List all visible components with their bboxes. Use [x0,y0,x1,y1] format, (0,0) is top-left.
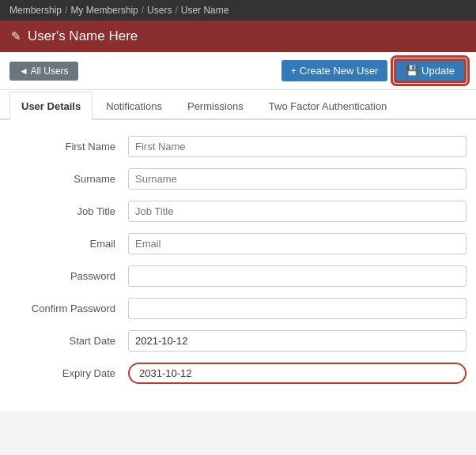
input-confirm-password[interactable] [128,298,467,319]
input-first-name[interactable] [128,136,467,157]
tab-user-details[interactable]: User Details [9,92,93,120]
input-job-title[interactable] [128,201,467,222]
input-expiry-date[interactable] [136,367,459,379]
all-users-button[interactable]: ◄ All Users [9,62,78,81]
toolbar: ◄ All Users + Create New User 💾 Update [0,52,476,90]
form-row-confirm-password: Confirm Password [9,298,467,319]
tab-permissions[interactable]: Permissions [176,92,255,120]
page-title: User's Name Here [28,28,138,44]
label-start-date: Start Date [9,335,128,347]
breadcrumb-sep-2: / [142,5,144,16]
expiry-date-highlight [128,363,467,384]
page-header: ✎ User's Name Here [0,21,476,52]
form-row-job-title: Job Title [9,201,467,222]
tabs-bar: User Details Notifications Permissions T… [0,90,476,120]
form-row-first-name: First Name [9,136,467,157]
label-first-name: First Name [9,141,128,152]
input-password[interactable] [128,265,467,287]
input-start-date[interactable] [128,330,467,352]
breadcrumb: Membership / My Membership / Users / Use… [0,0,476,21]
label-surname: Surname [9,173,128,185]
breadcrumb-sep-3: / [175,5,177,16]
label-email: Email [9,238,128,250]
breadcrumb-sep-1: / [65,5,67,16]
label-expiry-date: Expiry Date [9,367,128,379]
form-row-email: Email [9,233,467,254]
form-row-start-date: Start Date [9,330,467,352]
form-row-expiry-date: Expiry Date [9,363,467,384]
update-button[interactable]: 💾 Update [394,58,467,83]
user-details-form: First Name Surname Job Title Email Passw… [0,120,476,411]
input-surname[interactable] [128,168,467,190]
input-email[interactable] [128,233,467,254]
breadcrumb-membership[interactable]: Membership [9,5,62,16]
breadcrumb-username: User Name [181,5,229,16]
label-confirm-password: Confirm Password [9,303,128,314]
create-new-user-button[interactable]: + Create New User [281,60,388,81]
form-row-password: Password [9,265,467,287]
tab-notifications[interactable]: Notifications [94,92,174,120]
label-job-title: Job Title [9,205,128,217]
tab-two-factor-authentication[interactable]: Two Factor Authentication [257,92,399,120]
label-password: Password [9,270,128,282]
action-buttons: + Create New User 💾 Update [281,58,467,83]
breadcrumb-users[interactable]: Users [147,5,172,16]
form-row-surname: Surname [9,168,467,190]
breadcrumb-my-membership[interactable]: My Membership [70,5,138,16]
edit-icon: ✎ [11,29,21,43]
